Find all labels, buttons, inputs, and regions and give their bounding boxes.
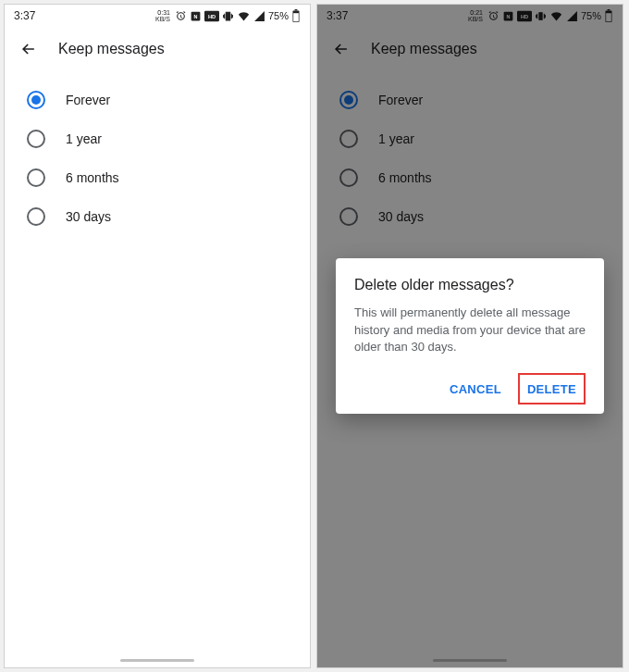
wifi-icon xyxy=(237,10,251,22)
page-title: Keep messages xyxy=(58,41,165,57)
options-list: Forever 1 year 6 months 30 days xyxy=(5,77,310,240)
hd-icon: HD xyxy=(204,10,219,22)
option-forever[interactable]: Forever xyxy=(5,81,310,119)
nfc-icon: N xyxy=(190,10,202,22)
dialog-scrim[interactable]: Delete older messages? This will permane… xyxy=(317,5,623,667)
option-label: 1 year xyxy=(66,131,102,146)
dialog-actions: CANCEL DELETE xyxy=(354,373,586,404)
status-bar: 3:37 0:31 KB/S N HD 75% xyxy=(5,5,310,27)
page-header: Keep messages xyxy=(5,27,310,77)
network-speed: 0:31 KB/S xyxy=(155,9,170,22)
screenshot-left: 3:37 0:31 KB/S N HD 75% Keep messages Fo… xyxy=(4,4,311,668)
alarm-icon xyxy=(175,10,187,22)
option-label: Forever xyxy=(66,93,110,107)
vibrate-icon xyxy=(222,10,234,22)
battery-pct: 75% xyxy=(268,10,289,21)
radio-icon xyxy=(27,91,45,109)
option-label: 30 days xyxy=(66,209,111,224)
dialog-body: This will permanently delete all message… xyxy=(354,305,586,357)
radio-icon xyxy=(27,207,45,226)
option-1-year[interactable]: 1 year xyxy=(5,119,310,158)
radio-icon xyxy=(27,130,45,148)
svg-text:HD: HD xyxy=(208,13,216,19)
status-time: 3:37 xyxy=(14,9,35,22)
screenshot-right: 3:37 0:21 KB/S N HD 75% Keep messages Fo… xyxy=(316,4,623,668)
svg-rect-6 xyxy=(295,9,298,10)
svg-rect-4 xyxy=(226,12,229,20)
delete-button[interactable]: DELETE xyxy=(527,382,576,396)
confirm-dialog: Delete older messages? This will permane… xyxy=(336,258,604,415)
status-icons: 0:31 KB/S N HD 75% xyxy=(155,9,301,22)
dialog-title: Delete older messages? xyxy=(354,277,586,293)
battery-icon xyxy=(291,9,301,22)
svg-rect-7 xyxy=(293,13,299,21)
option-30-days[interactable]: 30 days xyxy=(5,197,310,236)
radio-icon xyxy=(27,168,45,187)
svg-text:N: N xyxy=(194,13,198,19)
arrow-left-icon xyxy=(19,40,38,58)
cancel-button[interactable]: CANCEL xyxy=(440,373,511,404)
highlight-annotation: DELETE xyxy=(518,373,586,404)
option-6-months[interactable]: 6 months xyxy=(5,158,310,197)
back-button[interactable] xyxy=(18,38,40,60)
signal-icon xyxy=(253,10,265,22)
option-label: 6 months xyxy=(66,170,119,185)
nav-handle[interactable] xyxy=(120,659,194,662)
